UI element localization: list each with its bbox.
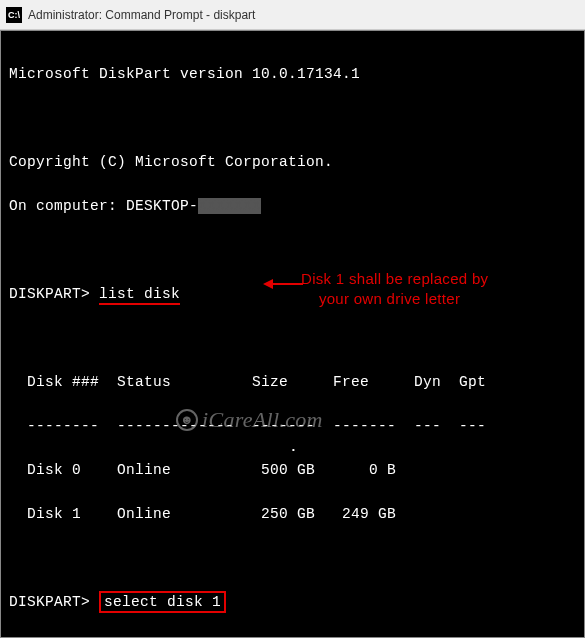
table-header: Disk ### Status Size Free Dyn Gpt	[9, 371, 576, 393]
annotation-line2: your own drive letter	[319, 290, 460, 307]
prompt: DISKPART>	[9, 594, 90, 610]
redacted-name: XXXXXXX	[198, 198, 261, 214]
annotation-line1: Disk 1 shall be replaced by	[301, 270, 488, 287]
computer-label: On computer: DESKTOP-	[9, 198, 198, 214]
table-row: Disk 1 Online 250 GB 249 GB	[9, 503, 576, 525]
arrow-icon	[263, 277, 303, 291]
svg-marker-1	[263, 279, 273, 289]
window-title: Administrator: Command Prompt - diskpart	[28, 8, 255, 22]
table-row: Disk 0 Online 500 GB 0 B	[9, 459, 576, 481]
blank-line	[9, 547, 576, 569]
cmd-icon: C:\	[6, 7, 22, 23]
blank-line	[9, 239, 576, 261]
prompt-line-select: DISKPART> select disk 1	[9, 591, 576, 613]
annotation-text: Disk 1 shall be replaced by your own dri…	[301, 269, 561, 309]
cursor-dot: •	[291, 439, 296, 461]
watermark-icon: ☻	[176, 409, 198, 431]
cmd-list-disk: list disk	[99, 286, 180, 305]
copyright-line: Copyright (C) Microsoft Corporation.	[9, 151, 576, 173]
prompt: DISKPART>	[9, 286, 90, 302]
watermark-text: iCareAll.com	[202, 409, 323, 431]
watermark: ☻ iCareAll.com	[176, 409, 323, 431]
cmd-select-disk: select disk 1	[99, 591, 226, 613]
blank-line	[9, 107, 576, 129]
blank-line	[9, 327, 576, 349]
window-titlebar: C:\ Administrator: Command Prompt - disk…	[0, 0, 585, 30]
terminal-area[interactable]: Microsoft DiskPart version 10.0.17134.1 …	[0, 30, 585, 638]
computer-line: On computer: DESKTOP-XXXXXXX	[9, 195, 576, 217]
version-line: Microsoft DiskPart version 10.0.17134.1	[9, 63, 576, 85]
